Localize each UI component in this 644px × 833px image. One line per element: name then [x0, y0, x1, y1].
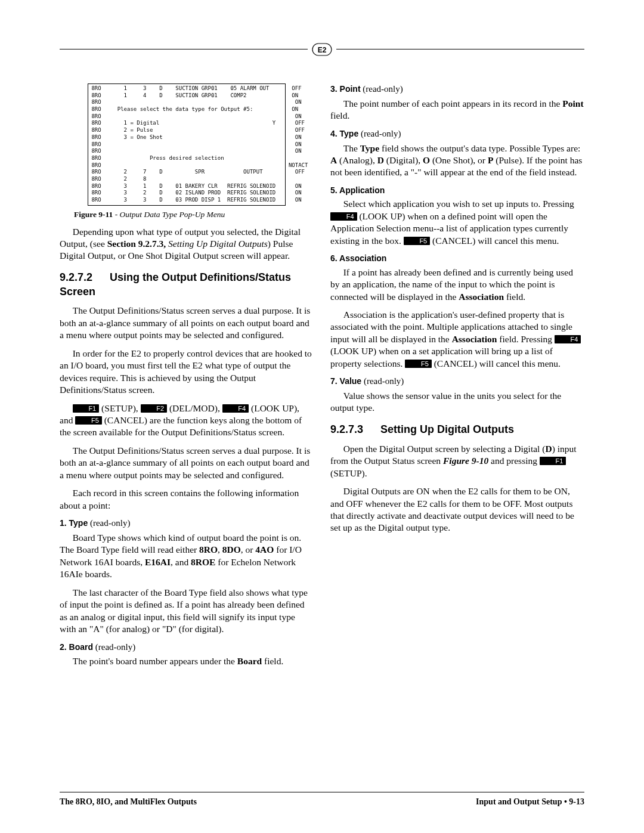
para: If a point has already been defined and … [330, 267, 584, 303]
para: Association is the application's user-de… [330, 309, 584, 370]
column-right: 3. Point (read-only) The point number of… [330, 83, 584, 674]
para: The last character of the Board Type fie… [60, 587, 314, 636]
para: Value shows the sensor value in the unit… [330, 390, 584, 414]
text-bold: 8ROE [191, 557, 215, 567]
para: Digital Outputs are ON when the E2 calls… [330, 485, 584, 534]
para: The Type field shows the output's data t… [330, 143, 584, 179]
footer-right-text: Input and Output Setup • [476, 797, 569, 806]
text-bold: D [545, 444, 552, 454]
para: Open the Digital Output screen by select… [330, 443, 584, 479]
read-only-label: (read-only) [93, 642, 135, 652]
text-bold: D [377, 155, 384, 165]
item-1-type: 1. Type (read-only) [60, 518, 314, 529]
text: The point number of each point appears i… [343, 98, 563, 109]
two-column-body: 8RO 1 3 D SUCTION GRP01 05 ALARM OUT OFF… [60, 83, 584, 674]
heading-number: 9.2.7.2 [60, 271, 110, 285]
text: , or [241, 544, 256, 555]
header-logo: E2 [308, 41, 336, 58]
heading-9-2-7-3: 9.2.7.3Setting Up Digital Outputs [330, 423, 584, 437]
text-bold-italic: Figure 9-10 [443, 456, 488, 466]
text-italic: Setting Up Digital Outputs [166, 239, 268, 249]
text-bold: 4AO [255, 544, 274, 555]
text: field. [330, 110, 349, 120]
text-bold: 8RO [199, 544, 218, 555]
item-3-point: 3. Point (read-only) [330, 83, 584, 95]
item-title: 5. Application [330, 185, 385, 195]
text: field. Pressing [497, 334, 554, 344]
heading-number: 9.2.7.3 [330, 423, 380, 437]
f1-key-icon: F1 [73, 404, 100, 413]
para: Each record in this screen contains the … [60, 487, 314, 512]
text: (CANCEL) will cancel this menu. [432, 358, 561, 368]
f1-key-icon: F1 [540, 457, 566, 465]
text-bold: Association [459, 292, 504, 302]
item-4-type: 4. Type (read-only) [330, 128, 584, 140]
item-7-value: 7. Value (read-only) [330, 376, 584, 388]
item-6-association: 6. Association [330, 253, 584, 264]
item-title: 4. Type [330, 129, 358, 138]
text: The [343, 143, 360, 153]
read-only-label: (read-only) [358, 129, 401, 138]
f5-key-icon: F5 [75, 416, 102, 425]
text: (DEL/MOD), [167, 403, 222, 413]
text: and pressing [488, 456, 540, 466]
f4-key-icon: F4 [555, 335, 581, 343]
text: Select which application you wish to set… [343, 199, 574, 209]
text: , and [171, 557, 191, 567]
text: field shows the output's data type. Poss… [379, 143, 580, 153]
item-title: 7. Value [330, 376, 361, 386]
text: (One Shot), or [430, 155, 488, 165]
para: In order for the E2 to properly control … [60, 348, 314, 397]
text-bold: 8DO [222, 544, 241, 555]
footer-left: The 8RO, 8IO, and MultiFlex Outputs [60, 797, 197, 807]
para: F1 (SETUP), F2 (DEL/MOD), F4 (LOOK UP), … [60, 402, 314, 439]
text-bold: Board [237, 656, 262, 666]
f5-key-icon: F5 [405, 360, 432, 368]
text-bold: Type [360, 143, 379, 153]
text: (SETUP). [330, 468, 367, 478]
read-only-label: (read-only) [88, 518, 130, 528]
footer-right: Input and Output Setup • 9-13 [476, 797, 584, 807]
para: The Output Definitions/Status screen ser… [60, 445, 314, 481]
item-title: 3. Point [330, 84, 361, 94]
figure-caption-label: Figure 9-11 [74, 210, 113, 219]
item-title: 6. Association [330, 253, 386, 263]
text-bold: Association [452, 334, 497, 344]
text: If a point has already been defined and … [330, 267, 573, 302]
para: The point's board number appears under t… [60, 655, 314, 667]
figure-caption-text: - Output Data Type Pop-Up Menu [113, 210, 225, 219]
para: Select which application you wish to set… [330, 198, 584, 247]
read-only-label: (read-only) [361, 84, 403, 94]
f4-key-icon: F4 [330, 212, 357, 221]
para: The Output Definitions/Status screen ser… [60, 305, 314, 341]
text: field. [262, 656, 283, 666]
f2-key-icon: F2 [141, 404, 168, 413]
read-only-label: (read-only) [361, 376, 404, 386]
page-number: 9-13 [569, 797, 584, 806]
item-title: 2. Board [60, 642, 93, 652]
text-bold: O [423, 155, 430, 165]
figure-popup: 8RO 1 3 D SUCTION GRP01 05 ALARM OUT OFF… [88, 83, 286, 206]
f5-key-icon: F5 [404, 237, 431, 245]
heading-9-2-7-2: 9.2.7.2Using the Output Definitions/Stat… [60, 271, 314, 299]
item-5-application: 5. Application [330, 185, 584, 196]
item-title: 1. Type [60, 518, 88, 528]
item-2-board: 2. Board (read-only) [60, 642, 314, 654]
text-bold: Section 9.2.7.3, [107, 239, 166, 249]
text: field. [504, 292, 525, 302]
footer: The 8RO, 8IO, and MultiFlex Outputs Inpu… [60, 792, 584, 807]
text: (SETUP), [99, 403, 140, 413]
heading-title: Setting Up Digital Outputs [380, 423, 514, 435]
text: (CANCEL) will cancel this menu. [430, 236, 559, 246]
para: Board Type shows which kind of output bo… [60, 532, 314, 581]
text-bold: P [488, 155, 493, 165]
svg-text:E2: E2 [318, 46, 327, 54]
text-bold: A [330, 155, 337, 165]
text: , [218, 544, 222, 555]
figure-caption: Figure 9-11 - Output Data Type Pop-Up Me… [74, 209, 314, 220]
column-left: 8RO 1 3 D SUCTION GRP01 05 ALARM OUT OFF… [60, 83, 314, 674]
text: The point's board number appears under t… [73, 656, 237, 666]
figure-text: 8RO 1 3 D SUCTION GRP01 05 ALARM OUT OFF… [88, 85, 285, 204]
para: The point number of each point appears i… [330, 98, 584, 122]
text: Open the Digital Output screen by select… [343, 444, 546, 454]
